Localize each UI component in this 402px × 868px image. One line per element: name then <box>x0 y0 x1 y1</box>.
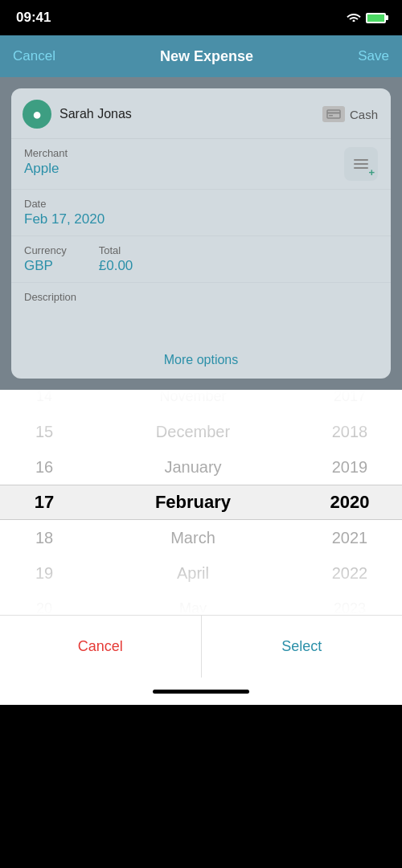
picker-col-day[interactable]: 14 15 16 17 18 19 20 <box>16 390 72 615</box>
more-options-button[interactable]: More options <box>164 353 239 366</box>
picker-year-2023[interactable]: 2023 <box>314 591 386 615</box>
picker-col-month[interactable]: November December January February March… <box>72 390 314 615</box>
receipt-button[interactable]: + <box>344 147 378 181</box>
picker-day-18[interactable]: 18 <box>16 520 72 555</box>
page-title: New Expense <box>160 48 253 65</box>
picker-year-2022[interactable]: 2022 <box>314 555 386 591</box>
plus-badge: + <box>368 167 375 178</box>
nav-bar: Cancel New Expense Save <box>0 35 402 77</box>
currency-block: Currency GBP <box>24 244 67 274</box>
user-row: ● Sarah Jonas Cash <box>11 88 391 139</box>
payment-icon <box>322 106 345 122</box>
picker-day-15[interactable]: 15 <box>16 414 72 449</box>
picker-year-2021[interactable]: 2021 <box>314 520 386 555</box>
merchant-label: Merchant <box>24 147 68 159</box>
status-time: 09:41 <box>16 10 51 26</box>
status-icons <box>347 10 386 25</box>
battery-icon <box>366 13 386 23</box>
description-row: Description <box>11 283 391 342</box>
main-content: ● Sarah Jonas Cash Merchant Apple <box>0 77 402 390</box>
total-label: Total <box>99 244 133 256</box>
merchant-value[interactable]: Apple <box>24 161 68 177</box>
receipt-icon <box>354 159 368 169</box>
user-avatar-icon: ● <box>32 106 42 122</box>
picker-month-december[interactable]: December <box>72 414 314 449</box>
picker-year-2020[interactable]: 2020 <box>314 485 386 520</box>
cancel-nav-button[interactable]: Cancel <box>13 48 55 64</box>
home-indicator <box>0 678 402 705</box>
currency-total-row: Currency GBP Total £0.00 <box>11 236 391 283</box>
picker-month-march[interactable]: March <box>72 520 314 555</box>
payment-label: Cash <box>350 108 378 121</box>
picker-month-february[interactable]: February <box>72 485 314 520</box>
merchant-content: Merchant Apple <box>24 147 68 177</box>
date-picker[interactable]: 14 15 16 17 18 19 20 November December J… <box>0 390 402 615</box>
total-block: Total £0.00 <box>99 244 133 274</box>
picker-month-may[interactable]: May <box>72 591 314 615</box>
merchant-row: Merchant Apple + <box>11 139 391 190</box>
expense-card: ● Sarah Jonas Cash Merchant Apple <box>11 88 391 379</box>
description-label: Description <box>24 291 378 303</box>
bottom-buttons: Cancel Select <box>0 615 402 678</box>
svg-rect-2 <box>329 115 333 117</box>
picker-month-january[interactable]: January <box>72 449 314 485</box>
more-options-row: More options <box>11 342 391 379</box>
description-input[interactable] <box>24 306 378 330</box>
picker-year-2019[interactable]: 2019 <box>314 449 386 485</box>
picker-col-year[interactable]: 2017 2018 2019 2020 2021 2022 2023 <box>314 390 386 615</box>
picker-month-november[interactable]: November <box>72 390 314 414</box>
status-bar: 09:41 <box>0 0 402 35</box>
picker-month-april[interactable]: April <box>72 555 314 591</box>
svg-rect-1 <box>327 113 340 114</box>
user-name: Sarah Jonas <box>59 107 132 121</box>
home-bar <box>153 690 249 694</box>
wifi-icon <box>347 10 361 25</box>
user-info: ● Sarah Jonas <box>23 100 132 129</box>
currency-label: Currency <box>24 244 67 256</box>
currency-value[interactable]: GBP <box>24 258 67 274</box>
date-label: Date <box>24 198 378 210</box>
date-value[interactable]: Feb 17, 2020 <box>24 211 378 227</box>
select-picker-button[interactable]: Select <box>202 616 403 678</box>
picker-day-20[interactable]: 20 <box>16 591 72 615</box>
picker-day-14[interactable]: 14 <box>16 390 72 414</box>
payment-method: Cash <box>322 106 378 122</box>
picker-day-16[interactable]: 16 <box>16 449 72 485</box>
picker-columns: 14 15 16 17 18 19 20 November December J… <box>0 390 402 615</box>
svg-rect-0 <box>327 110 340 118</box>
picker-day-17[interactable]: 17 <box>16 485 72 520</box>
total-value[interactable]: £0.00 <box>99 258 133 274</box>
picker-year-2018[interactable]: 2018 <box>314 414 386 449</box>
date-row: Date Feb 17, 2020 <box>11 190 391 236</box>
picker-day-19[interactable]: 19 <box>16 555 72 591</box>
avatar: ● <box>23 100 51 129</box>
picker-year-2017[interactable]: 2017 <box>314 390 386 414</box>
save-button[interactable]: Save <box>358 48 389 64</box>
cancel-picker-button[interactable]: Cancel <box>0 616 202 678</box>
